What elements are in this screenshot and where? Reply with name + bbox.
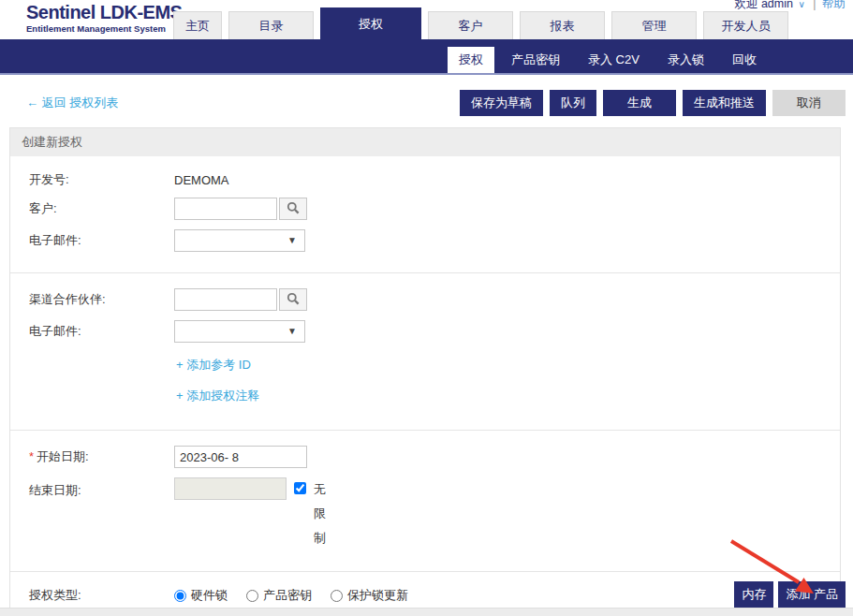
tab-developer[interactable]: 开发人员	[703, 11, 788, 39]
queue-button[interactable]: 队列	[550, 90, 596, 116]
channel-partner-label: 渠道合作伙伴:	[29, 291, 174, 308]
tab-catalog[interactable]: 目录	[228, 11, 314, 39]
subtab-checkin-key[interactable]: 录入锁	[656, 47, 715, 73]
toolbar-button-group: 保存为草稿 队列 生成 生成和推送 取消	[460, 90, 846, 116]
add-ref-id-row: + 添加参考 ID	[176, 357, 840, 374]
batch-code-value: DEMOMA	[174, 173, 229, 187]
tab-customers[interactable]: 客户	[428, 11, 513, 39]
welcome-user-label: 欢迎 admin	[734, 0, 793, 10]
product-key-radio[interactable]	[246, 590, 258, 602]
start-date-input[interactable]	[174, 446, 307, 468]
subtab-revoke[interactable]: 回收	[721, 47, 768, 73]
sub-nav-bar: 授权 产品密钥 录入 C2V 录入锁 回收	[0, 39, 853, 75]
user-bar: 欢迎 admin ∨ | 帮助	[734, 0, 846, 12]
product-key-radio-label: 产品密钥	[263, 587, 312, 604]
page-toolbar: ← 返回 授权列表 保存为草稿 队列 生成 生成和推送 取消	[0, 75, 853, 127]
start-date-label: *开始日期:	[29, 448, 174, 465]
cancel-button[interactable]: 取消	[772, 90, 846, 116]
channel-partner-search-input[interactable]	[174, 288, 277, 311]
end-date-label: 结束日期:	[29, 477, 174, 499]
end-date-input[interactable]	[174, 477, 287, 500]
subtab-entitlements[interactable]: 授权	[448, 47, 494, 73]
channel-partner-section: 渠道合作伙伴: 电子邮件: ▼ + 添加参考 ID + 添加授权注释	[10, 272, 840, 430]
customer-search-button[interactable]	[279, 198, 307, 220]
start-date-row: *开始日期:	[29, 446, 840, 468]
start-date-label-text: 开始日期:	[37, 449, 89, 463]
select-caret-icon: ▼	[287, 326, 297, 336]
add-product-button[interactable]: 添加 产品	[778, 581, 846, 608]
protection-key-update-radio-label: 保护锁更新	[347, 587, 408, 604]
batch-code-row: 开发号: DEMOMA	[29, 171, 840, 188]
tab-reports[interactable]: 报表	[520, 11, 605, 39]
customer-email-row: 电子邮件: ▼	[29, 229, 840, 252]
produce-push-button[interactable]: 生成和推送	[683, 90, 766, 116]
help-link[interactable]: 帮助	[822, 0, 846, 10]
add-comment-row: + 添加授权注释	[176, 388, 840, 404]
customer-section: 开发号: DEMOMA 客户: 电子邮件: ▼	[10, 156, 840, 272]
tab-administration[interactable]: 管理	[611, 11, 697, 39]
radio-option-product-key[interactable]: 产品密钥	[246, 587, 312, 604]
entitlement-type-label: 授权类型:	[29, 587, 174, 604]
subtab-checkin-c2v[interactable]: 录入 C2V	[577, 47, 651, 73]
radio-option-hl-key[interactable]: 硬件锁	[174, 587, 228, 604]
top-header: Sentinel LDK-EMS Entitlement Management …	[0, 0, 853, 39]
save-draft-button[interactable]: 保存为草稿	[460, 90, 543, 116]
tab-home[interactable]: 主页	[173, 11, 222, 39]
back-link-label: 返回 授权列表	[42, 95, 119, 110]
sub-tab-bar: 授权 产品密钥 录入 C2V 录入锁 回收	[448, 47, 768, 73]
end-date-row: 结束日期: 无限制	[29, 477, 840, 550]
search-icon	[287, 201, 300, 217]
bottom-footer-bar	[0, 608, 853, 616]
main-tab-bar: 主页 目录 授权 客户 报表 管理 开发人员	[173, 7, 788, 39]
customer-row: 客户:	[29, 198, 840, 220]
back-arrow-icon: ←	[26, 95, 38, 110]
customer-search-input[interactable]	[174, 198, 277, 220]
protection-key-update-radio[interactable]	[331, 590, 343, 602]
customer-email-label: 电子邮件:	[29, 232, 174, 249]
required-marker: *	[29, 449, 34, 463]
create-entitlement-form: 创建新授权 开发号: DEMOMA 客户: 电子邮件: ▼ 渠道合作伙伴:	[9, 127, 841, 616]
user-menu-caret-icon[interactable]: ∨	[798, 0, 804, 9]
select-caret-icon: ▼	[287, 235, 297, 245]
add-entitlement-comment-link[interactable]: + 添加授权注释	[176, 389, 259, 403]
channel-partner-search-button[interactable]	[279, 288, 307, 311]
unlimited-label: 无限制	[314, 477, 329, 550]
partner-email-row: 电子邮件: ▼	[29, 320, 840, 343]
partner-email-label: 电子邮件:	[29, 323, 174, 340]
customer-label: 客户:	[29, 200, 174, 217]
footer-action-buttons: 内存 添加 产品	[734, 581, 846, 608]
batch-code-label: 开发号:	[29, 171, 174, 188]
app-logo: Sentinel LDK-EMS Entitlement Management …	[26, 3, 182, 34]
memory-button[interactable]: 内存	[734, 581, 773, 608]
customer-email-select[interactable]: ▼	[174, 229, 305, 252]
search-icon	[287, 292, 300, 308]
entitlement-type-radio-group: 硬件锁 产品密钥 保护锁更新	[174, 587, 408, 604]
back-to-entitlements-link[interactable]: ← 返回 授权列表	[26, 95, 118, 111]
partner-email-select[interactable]: ▼	[174, 320, 305, 343]
radio-option-protection-key-update[interactable]: 保护锁更新	[331, 587, 408, 604]
unlimited-wrap: 无限制	[294, 477, 329, 550]
dates-section: *开始日期: 结束日期: 无限制	[10, 430, 840, 571]
subtab-product-keys[interactable]: 产品密钥	[500, 47, 571, 73]
entitlement-type-row: 授权类型: 硬件锁 产品密钥 保护锁更新	[29, 587, 840, 604]
app-logo-title: Sentinel LDK-EMS	[26, 3, 182, 22]
unlimited-checkbox[interactable]	[294, 482, 306, 494]
tab-entitlements[interactable]: 授权	[320, 7, 421, 39]
userbar-divider: |	[813, 0, 816, 10]
hl-key-radio[interactable]	[174, 590, 186, 602]
hl-key-radio-label: 硬件锁	[191, 587, 228, 604]
channel-partner-row: 渠道合作伙伴:	[29, 288, 840, 311]
add-ref-id-link[interactable]: + 添加参考 ID	[176, 358, 251, 372]
produce-button[interactable]: 生成	[603, 90, 676, 116]
app-logo-subtitle: Entitlement Management System	[26, 23, 182, 34]
form-title: 创建新授权	[10, 128, 840, 156]
